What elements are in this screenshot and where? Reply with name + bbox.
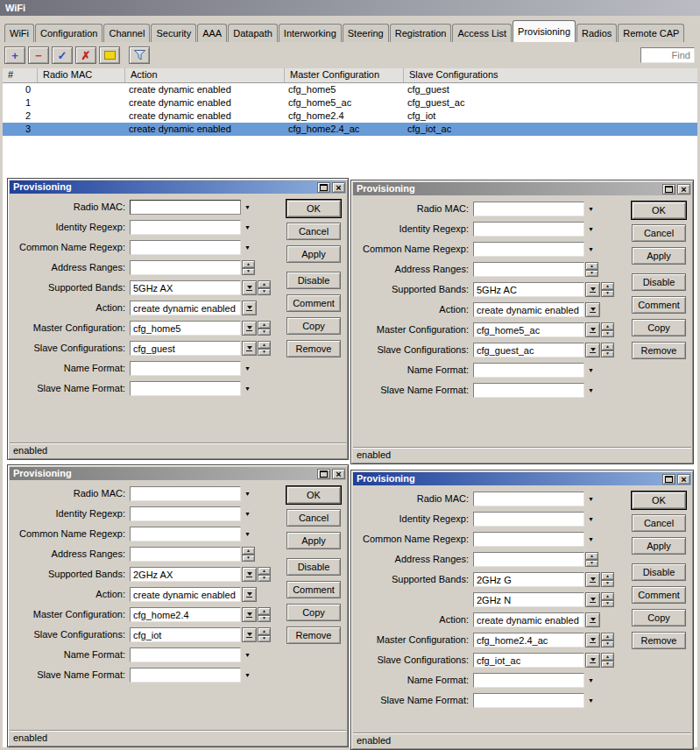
- column-header-master-configuration[interactable]: Master Configuration: [285, 68, 404, 82]
- add-button[interactable]: +: [4, 46, 25, 64]
- down-arrow-button[interactable]: ▼: [242, 268, 255, 276]
- combo-dropdown-button[interactable]: [585, 653, 600, 668]
- apply-button[interactable]: Apply: [632, 537, 686, 555]
- tab-radios[interactable]: Radios: [576, 24, 617, 42]
- comment-button[interactable]: Comment: [286, 581, 341, 598]
- slave-configurations-input[interactable]: [130, 627, 241, 642]
- action-input[interactable]: [473, 612, 584, 627]
- dialog-titlebar[interactable]: Provisioning×: [10, 180, 346, 194]
- restore-button[interactable]: [317, 182, 330, 193]
- tab-provisioning[interactable]: Provisioning: [513, 20, 576, 42]
- supported-bands-input[interactable]: [473, 282, 584, 297]
- master-configuration-input[interactable]: [473, 633, 584, 647]
- combo-dropdown-button[interactable]: [242, 567, 257, 582]
- up-arrow-button[interactable]: ▲: [585, 552, 598, 560]
- slave-name-format-input[interactable]: [130, 668, 241, 683]
- radio-mac-input[interactable]: [130, 200, 241, 215]
- slave-name-format-input[interactable]: [130, 381, 241, 396]
- tab-interworking[interactable]: Interworking: [279, 24, 342, 42]
- name-format-input[interactable]: [473, 363, 584, 378]
- dropdown-arrow-icon[interactable]: ▼: [241, 240, 254, 255]
- up-arrow-button[interactable]: ▲: [585, 262, 598, 270]
- up-arrow-button[interactable]: ▲: [601, 592, 614, 600]
- disable-button[interactable]: ✗: [75, 46, 96, 64]
- up-arrow-button[interactable]: ▲: [258, 567, 271, 575]
- table-row[interactable]: 1create dynamic enabledcfg_home5_accfg_g…: [3, 96, 697, 110]
- dialog-titlebar[interactable]: Provisioning×: [10, 467, 346, 480]
- ok-button[interactable]: OK: [632, 492, 686, 509]
- close-button[interactable]: ×: [332, 182, 345, 193]
- tab-configuration[interactable]: Configuration: [35, 24, 103, 42]
- cancel-button[interactable]: Cancel: [632, 514, 686, 532]
- supported-bands-input[interactable]: [473, 592, 584, 607]
- identity-regexp-input[interactable]: [130, 506, 241, 521]
- apply-button[interactable]: Apply: [286, 245, 341, 263]
- comment-button[interactable]: Comment: [632, 586, 686, 604]
- dropdown-arrow-icon[interactable]: ▼: [584, 363, 597, 378]
- tab-registration[interactable]: Registration: [390, 24, 452, 42]
- column-header-num[interactable]: #: [3, 68, 38, 82]
- down-arrow-button[interactable]: ▼: [601, 600, 614, 608]
- down-arrow-button[interactable]: ▼: [601, 350, 614, 358]
- comment-button[interactable]: Comment: [286, 294, 341, 312]
- remove-button[interactable]: −: [28, 46, 49, 64]
- dropdown-arrow-icon[interactable]: ▼: [584, 383, 597, 398]
- dropdown-arrow-icon[interactable]: ▼: [241, 647, 254, 662]
- address-ranges-input[interactable]: [130, 547, 241, 562]
- radio-mac-input[interactable]: [473, 202, 584, 216]
- slave-configurations-input[interactable]: [473, 653, 584, 668]
- down-arrow-button[interactable]: ▼: [258, 329, 271, 336]
- column-header-radio-mac[interactable]: Radio MAC: [38, 68, 125, 82]
- down-arrow-button[interactable]: ▼: [258, 349, 271, 357]
- dropdown-arrow-icon[interactable]: ▼: [241, 361, 254, 376]
- combo-dropdown-button[interactable]: [585, 612, 600, 627]
- down-arrow-button[interactable]: ▼: [601, 661, 614, 669]
- apply-button[interactable]: Apply: [286, 532, 341, 549]
- table-row[interactable]: 0create dynamic enabledcfg_home5cfg_gues…: [3, 83, 697, 96]
- supported-bands-input[interactable]: [130, 280, 241, 295]
- down-arrow-button[interactable]: ▼: [601, 580, 614, 588]
- common-name-regexp-input[interactable]: [473, 242, 584, 257]
- restore-button[interactable]: [662, 474, 675, 485]
- dropdown-arrow-icon[interactable]: ▼: [584, 242, 597, 257]
- tab-security[interactable]: Security: [151, 24, 196, 42]
- common-name-regexp-input[interactable]: [473, 532, 584, 547]
- cancel-button[interactable]: Cancel: [286, 509, 341, 527]
- combo-dropdown-button[interactable]: [585, 572, 600, 587]
- combo-dropdown-button[interactable]: [242, 321, 257, 336]
- remove-button[interactable]: Remove: [632, 342, 686, 359]
- slave-configurations-input[interactable]: [130, 341, 241, 356]
- dropdown-arrow-icon[interactable]: ▼: [241, 200, 254, 215]
- dialog-titlebar[interactable]: Provisioning×: [353, 182, 691, 195]
- dropdown-arrow-icon[interactable]: ▼: [241, 220, 254, 235]
- up-arrow-button[interactable]: ▲: [601, 282, 614, 290]
- remove-button[interactable]: Remove: [286, 626, 341, 644]
- address-ranges-input[interactable]: [473, 552, 584, 567]
- name-format-input[interactable]: [130, 647, 241, 662]
- common-name-regexp-input[interactable]: [130, 527, 241, 541]
- radio-mac-input[interactable]: [473, 492, 584, 506]
- cancel-button[interactable]: Cancel: [632, 224, 686, 242]
- close-button[interactable]: ×: [332, 469, 345, 479]
- master-configuration-input[interactable]: [130, 607, 241, 622]
- dropdown-arrow-icon[interactable]: ▼: [241, 527, 254, 541]
- combo-dropdown-button[interactable]: [585, 282, 600, 297]
- combo-dropdown-button[interactable]: [242, 607, 257, 622]
- up-arrow-button[interactable]: ▲: [258, 627, 271, 635]
- remove-button[interactable]: Remove: [286, 340, 341, 357]
- tab-channel[interactable]: Channel: [103, 24, 150, 42]
- up-arrow-button[interactable]: ▲: [601, 572, 614, 580]
- disable-button[interactable]: Disable: [632, 563, 686, 581]
- filter-button[interactable]: [129, 46, 150, 64]
- find-input[interactable]: [640, 47, 695, 63]
- restore-button[interactable]: [317, 469, 330, 479]
- table-row[interactable]: 2create dynamic enabledcfg_home2.4cfg_io…: [3, 110, 697, 123]
- copy-button[interactable]: Copy: [286, 604, 341, 621]
- ok-button[interactable]: OK: [286, 200, 341, 217]
- up-arrow-button[interactable]: ▲: [601, 653, 614, 661]
- down-arrow-button[interactable]: ▼: [585, 560, 598, 568]
- apply-button[interactable]: Apply: [632, 247, 686, 265]
- down-arrow-button[interactable]: ▼: [258, 635, 271, 643]
- dropdown-arrow-icon[interactable]: ▼: [241, 668, 254, 683]
- comment-button[interactable]: [99, 46, 120, 64]
